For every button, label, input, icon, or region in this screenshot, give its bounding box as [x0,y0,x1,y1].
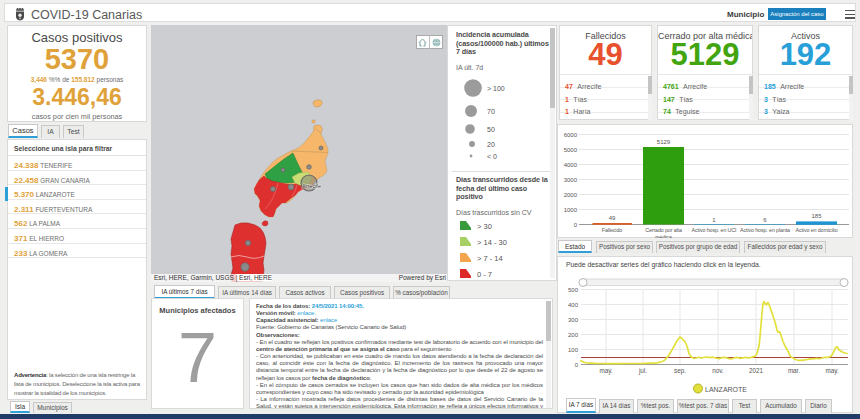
svg-text:Activo hosp. en planta: Activo hosp. en planta [740,227,790,233]
svg-text:sep.: sep. [674,367,686,375]
svg-text:0 - 7: 0 - 7 [477,270,492,279]
svg-text:6: 6 [763,217,767,223]
svg-text:médica: médica [655,234,672,239]
svg-text:> 30: > 30 [477,222,492,231]
svg-text:0: 0 [575,362,579,368]
svg-text:3000: 3000 [564,177,578,183]
svg-text:Fallecido: Fallecido [602,227,622,233]
svg-text:2000: 2000 [564,192,578,198]
svg-text:200: 200 [568,332,579,338]
svg-text:5000: 5000 [564,147,578,153]
svg-text:100: 100 [568,347,579,353]
svg-text:50: 50 [487,126,495,133]
svg-text:4000: 4000 [564,162,578,168]
svg-text:Activo hosp. en UCI: Activo hosp. en UCI [692,227,737,233]
svg-text:nov.: nov. [712,367,724,374]
svg-text:> 14 - 30: > 14 - 30 [477,238,507,247]
svg-text:Arrecife: Arrecife [302,183,321,189]
svg-text:6000: 6000 [564,132,578,138]
svg-text:mar.: mar. [788,367,800,374]
svg-text:Cerrado por alta: Cerrado por alta [645,227,682,233]
svg-text:Activo en domicilio: Activo en domicilio [796,227,838,233]
svg-text:1000: 1000 [564,207,578,213]
svg-text:300: 300 [568,317,579,323]
svg-text:may.: may. [599,367,612,375]
svg-text:400: 400 [568,302,579,308]
svg-text:> 100: > 100 [487,85,505,92]
svg-text:< 0: < 0 [487,153,497,160]
svg-text:jul.: jul. [638,367,647,375]
svg-text:5129: 5129 [657,139,671,145]
svg-text:> 7 - 14: > 7 - 14 [477,254,503,263]
svg-text:1: 1 [712,217,716,223]
svg-text:20: 20 [487,141,495,148]
svg-text:2021: 2021 [749,367,764,374]
svg-text:0: 0 [574,222,578,228]
svg-text:may.: may. [825,367,838,375]
svg-text:185: 185 [811,213,822,219]
svg-text:LANZAROTE: LANZAROTE [705,386,747,393]
svg-text:49: 49 [609,215,616,221]
svg-text:500: 500 [568,287,579,293]
svg-text:70: 70 [487,108,495,115]
